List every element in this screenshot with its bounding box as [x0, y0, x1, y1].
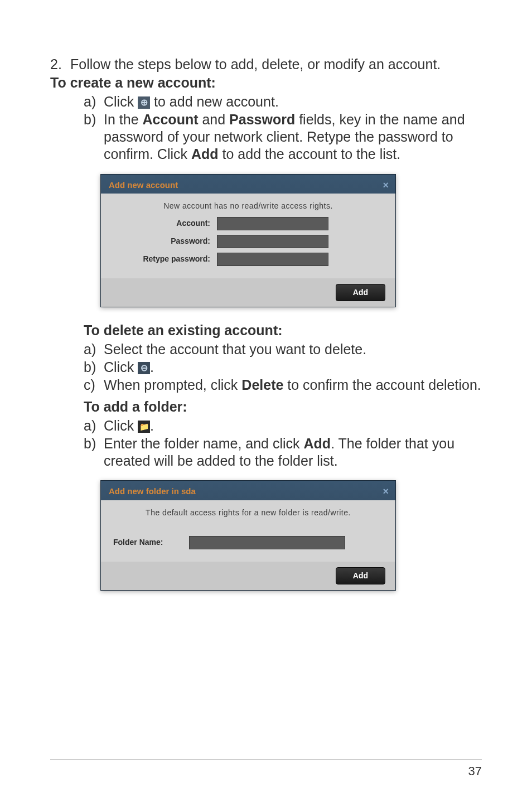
folder-step-b: b) Enter the folder name, and click Add.…	[84, 435, 482, 470]
add-folder-heading: To add a folder:	[50, 398, 482, 416]
retype-row: Retype password:	[111, 253, 385, 266]
step-2: 2. Follow the steps below to add, delete…	[50, 56, 482, 73]
letter-a: a)	[84, 93, 104, 110]
add-button[interactable]: Add	[336, 284, 385, 302]
folder-b-bold: Add	[304, 436, 331, 451]
delete-b-post: .	[150, 359, 154, 375]
dialog-title: Add new account ×	[101, 175, 395, 194]
dialog2-title: Add new folder in sda ×	[101, 481, 395, 500]
create-b-pre: In the	[104, 112, 143, 127]
add-folder-dialog: Add new folder in sda × The default acce…	[100, 480, 396, 591]
create-b-mid1: and	[199, 112, 230, 127]
folder-b-pre: Enter the folder name, and click	[104, 436, 304, 451]
delete-c-bold: Delete	[241, 377, 283, 393]
create-b-post: to add the account to the list.	[219, 146, 401, 162]
add-account-dialog: Add new account × New account has no rea…	[100, 174, 396, 308]
account-label: Account:	[111, 219, 217, 229]
dialog2-title-text: Add new folder in sda	[109, 486, 196, 496]
page-number: 37	[468, 764, 482, 778]
page-footer: 37	[50, 759, 482, 779]
password-input[interactable]	[217, 235, 328, 248]
letter-b: b)	[84, 435, 104, 470]
folder-name-row: Folder Name:	[111, 536, 385, 549]
letter-b: b)	[84, 359, 104, 376]
create-a-post: to add new account.	[150, 94, 279, 109]
folder-a-pre: Click	[104, 418, 138, 433]
folder-name-input[interactable]	[189, 536, 345, 549]
close-icon[interactable]: ×	[383, 179, 389, 192]
delete-a-text: Select the account that you want to dele…	[104, 341, 482, 358]
create-b-bold2: Password	[229, 112, 295, 127]
create-b-bold1: Account	[143, 112, 199, 127]
add-icon: ⊕	[138, 96, 150, 109]
step-text: Follow the steps below to add, delete, o…	[70, 56, 441, 73]
letter-b: b)	[84, 111, 104, 163]
letter-c: c)	[84, 376, 104, 394]
delete-step-b: b) Click ⊖.	[84, 359, 482, 376]
dialog-title-text: Add new account	[109, 180, 178, 190]
minus-icon: ⊖	[138, 362, 150, 374]
account-row: Account:	[111, 217, 385, 230]
password-row: Password:	[111, 235, 385, 248]
delete-account-heading: To delete an existing account:	[50, 322, 482, 339]
create-a-pre: Click	[104, 94, 138, 109]
create-account-heading: To create a new account:	[50, 74, 482, 91]
close-icon[interactable]: ×	[383, 485, 389, 498]
password-label: Password:	[111, 236, 217, 247]
folder-name-label: Folder Name:	[111, 538, 189, 548]
create-step-a: a) Click ⊕ to add new account.	[84, 93, 482, 110]
add-button[interactable]: Add	[336, 567, 385, 585]
letter-a: a)	[84, 341, 104, 358]
folder-step-a: a) Click 📁.	[84, 417, 482, 434]
delete-c-post: to confirm the account deletion.	[283, 377, 481, 393]
letter-a: a)	[84, 417, 104, 434]
retype-label: Retype password:	[111, 254, 217, 264]
folder-a-post: .	[150, 418, 154, 433]
create-b-bold3: Add	[191, 146, 219, 162]
retype-input[interactable]	[217, 253, 328, 266]
create-step-b: b) In the Account and Password fields, k…	[84, 111, 482, 163]
delete-c-pre: When prompted, click	[104, 377, 241, 393]
step-number: 2.	[50, 56, 70, 73]
dialog-message: New account has no read/write access rig…	[111, 201, 385, 211]
account-input[interactable]	[217, 217, 328, 230]
dialog2-message: The default access rights for a new fold…	[111, 508, 385, 518]
add-folder-icon: 📁	[138, 421, 150, 433]
delete-step-a: a) Select the account that you want to d…	[84, 341, 482, 358]
delete-b-pre: Click	[104, 359, 138, 375]
delete-step-c: c) When prompted, click Delete to confir…	[84, 376, 482, 394]
